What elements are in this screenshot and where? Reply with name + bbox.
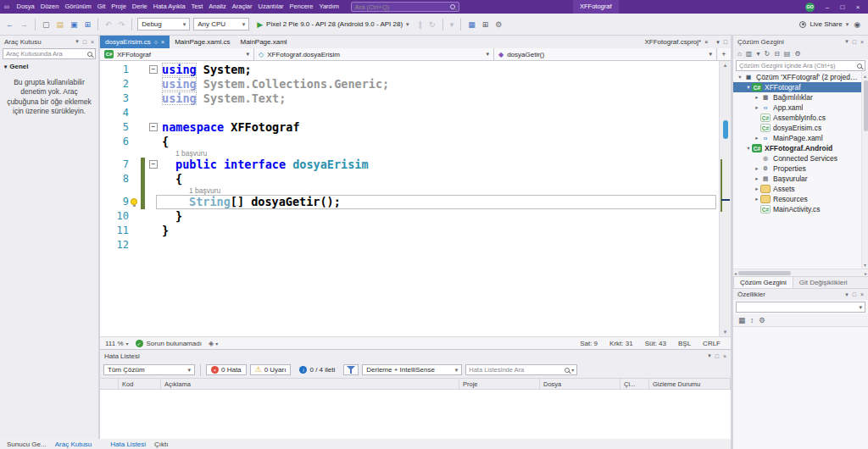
split-add-icon[interactable]: + — [717, 48, 731, 60]
warnings-filter-button[interactable]: ⚠ 0 Uyarı — [250, 364, 292, 375]
tab-Çıktı[interactable]: Çıktı — [150, 441, 172, 448]
project-dropdown[interactable]: C# XFFotograf ▾ — [100, 48, 254, 60]
code-line-9[interactable]: 9String[] dosyaGetir(); — [100, 195, 719, 209]
chevron-down-icon[interactable]: ▾ — [845, 291, 849, 298]
close-icon[interactable]: × — [161, 39, 164, 45]
errors-filter-button[interactable]: × 0 Hata — [206, 364, 247, 375]
code-line-5[interactable]: 5−namespace XFFotograf — [100, 120, 719, 135]
preview-tab[interactable]: XFFotograf.csproj* × — [639, 36, 713, 48]
new-project-icon[interactable]: ▢ — [41, 20, 52, 29]
minimize-icon[interactable]: – — [822, 3, 832, 11]
home-icon[interactable]: ⌂ — [737, 50, 742, 58]
codelens-references[interactable]: 1 başvuru — [145, 186, 719, 195]
scope-dropdown[interactable]: Tüm Çözüm ▾ — [103, 364, 195, 375]
scroll-up-icon[interactable]: ▴ — [862, 73, 868, 79]
code-line-7[interactable]: 7−public interface dosyaErisim — [100, 158, 719, 172]
messages-filter-button[interactable]: i 0 / 4 ileti — [294, 364, 340, 375]
column-Dosya[interactable]: Dosya — [540, 379, 620, 389]
solution-explorer-header[interactable]: Çözüm Gezgini ▾ □ × — [733, 36, 868, 47]
settings-icon[interactable]: ⚙ — [493, 20, 504, 29]
tab-list-icon[interactable]: ▾ — [716, 39, 720, 46]
maximize-panel-icon[interactable]: □ — [83, 39, 86, 45]
scrollbar-thumb[interactable] — [723, 120, 728, 139]
refresh-icon[interactable]: ↻ — [764, 50, 770, 58]
undo-icon[interactable]: ↶ — [103, 20, 114, 29]
scroll-left-icon[interactable]: ◂ — [734, 270, 737, 276]
platform-dropdown[interactable]: Any CPU▾ — [193, 18, 249, 30]
chevron-down-icon[interactable]: ▾ — [75, 38, 79, 45]
error-list-body[interactable] — [100, 390, 731, 439]
toolbox-search-input[interactable]: Araç Kutusunda Ara — [3, 48, 96, 59]
properties-body[interactable] — [733, 327, 868, 435]
lightbulb-icon[interactable] — [131, 198, 137, 205]
menu-Araçlar[interactable]: Araçlar — [229, 0, 255, 14]
code-line-4[interactable]: 4 — [100, 106, 719, 120]
scroll-up-icon[interactable]: ▴ — [720, 62, 731, 69]
code-line-8[interactable]: 8{ — [100, 172, 719, 186]
navigate-forward-icon[interactable]: → — [19, 20, 30, 29]
menu-Düzen[interactable]: Düzen — [37, 0, 62, 14]
redo-icon[interactable]: ↷ — [117, 20, 127, 29]
quick-search-input[interactable]: Ara (Ctrl+Q) — [351, 2, 459, 12]
column-Çi...[interactable]: Çi... — [620, 379, 649, 389]
tab-Hata Listesi[interactable]: Hata Listesi — [106, 441, 150, 448]
menu-Yardım[interactable]: Yardım — [316, 0, 342, 14]
code-line-11[interactable]: 11} — [100, 224, 719, 238]
close-icon[interactable]: × — [860, 39, 864, 45]
tree-item-XFFotograf[interactable]: ▾C#XFFotograf — [733, 82, 868, 92]
save-all-icon[interactable]: ⊞ — [83, 20, 93, 29]
close-icon[interactable]: × — [91, 39, 94, 45]
error-list-search-input[interactable]: Hata Listesinde Ara ▾ — [465, 364, 577, 375]
alphabetical-icon[interactable]: ↕ — [750, 316, 754, 324]
fold-marker-icon[interactable]: − — [149, 160, 158, 169]
column-icon[interactable] — [100, 379, 119, 389]
open-file-icon[interactable]: ▤ — [55, 20, 66, 29]
maximize-panel-icon[interactable]: □ — [853, 39, 856, 45]
collapse-all-icon[interactable]: ⊟ — [774, 50, 780, 58]
type-dropdown[interactable]: ◇ XFFotograf.dosyaErisim ▾ — [254, 48, 494, 60]
member-dropdown[interactable]: ◆ dosyaGetir() ▾ — [494, 48, 717, 60]
chevron-down-icon[interactable]: ▾ — [745, 84, 752, 91]
filter-button[interactable] — [343, 364, 359, 375]
tree-item-Connected Services[interactable]: ◎Connected Services — [733, 153, 868, 164]
navigate-back-icon[interactable]: ← — [4, 20, 15, 29]
tree-item-Assets[interactable]: ▸Assets — [733, 184, 868, 194]
attach-icon[interactable]: ⊞ — [481, 20, 491, 29]
chevron-down-icon[interactable]: ▾ — [737, 74, 743, 80]
account-avatar[interactable]: GO — [805, 3, 815, 12]
categorized-icon[interactable]: ▦ — [738, 316, 745, 324]
menu-Derle[interactable]: Derle — [129, 0, 150, 14]
notifications-icon[interactable]: ◉ — [852, 20, 862, 29]
tree-item-Başvurular[interactable]: ▸▤Başvurular — [733, 174, 868, 184]
chevron-right-icon[interactable]: ▸ — [754, 135, 760, 141]
code-line-12[interactable]: 12 — [100, 238, 719, 252]
pin-icon[interactable]: ○ — [154, 39, 158, 45]
error-list-header[interactable]: Hata Listesi ▾ □ × — [100, 350, 731, 362]
scrollbar-thumb[interactable] — [864, 80, 868, 131]
dropdown-icon[interactable]: ▾ — [756, 50, 760, 58]
tab-Sunucu Ge...[interactable]: Sunucu Ge... — [3, 441, 51, 448]
menu-Uzantılar[interactable]: Uzantılar — [255, 0, 287, 14]
zoom-dropdown[interactable]: 111 % ▾ — [105, 340, 129, 347]
close-icon[interactable]: × — [853, 3, 863, 11]
menu-Dosya[interactable]: Dosya — [14, 0, 37, 14]
tree-horizontal-scrollbar[interactable]: ◂ ▸ — [733, 269, 868, 276]
close-icon[interactable]: × — [860, 291, 864, 297]
properties-header[interactable]: Özellikler ▾ □ × — [733, 288, 868, 300]
menu-Analiz[interactable]: Analiz — [206, 0, 229, 14]
step-into-icon[interactable]: ▾ — [448, 20, 456, 29]
tree-item-MainActivity.cs[interactable]: C#MainActivity.cs — [733, 204, 868, 214]
pause-icon[interactable]: ∥ — [417, 20, 425, 29]
properties-icon[interactable]: ⚙ — [794, 50, 800, 58]
menu-Hata Ayıkla[interactable]: Hata Ayıkla — [150, 0, 188, 14]
scroll-right-icon[interactable]: ▸ — [865, 270, 867, 276]
scroll-down-icon[interactable]: ▾ — [862, 262, 868, 268]
float-window-icon[interactable]: □ — [724, 39, 727, 45]
code-line-3[interactable]: 3using System.Text; — [100, 91, 719, 106]
switch-views-icon[interactable]: ▥ — [746, 50, 753, 58]
tree-item-Bağımlılıklar[interactable]: ▸▦Bağımlılıklar — [733, 92, 868, 103]
scrollbar-thumb[interactable] — [738, 271, 791, 275]
properties-object-dropdown[interactable]: ▾ — [736, 302, 865, 313]
tree-item-dosyaErisim.cs[interactable]: C#dosyaErisim.cs — [733, 123, 868, 133]
editor-vertical-scrollbar[interactable]: ▴ ▾ — [719, 61, 731, 336]
